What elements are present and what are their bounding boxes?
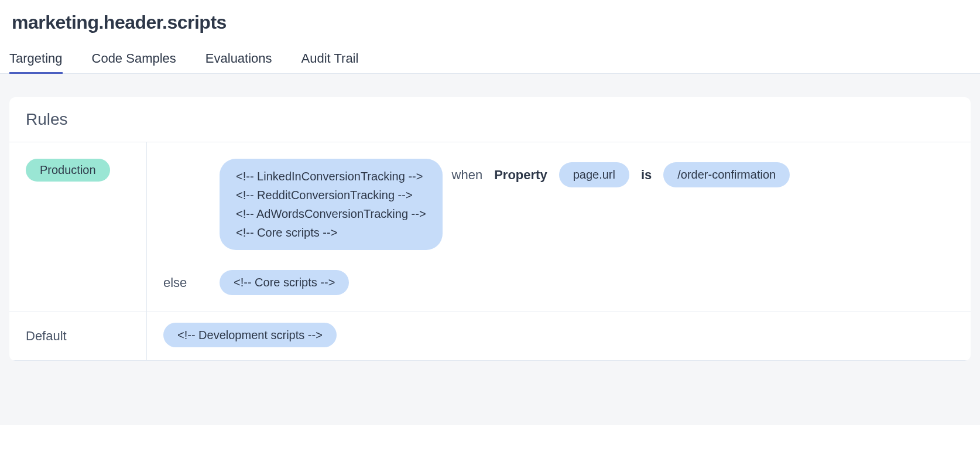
- script-line: <!-- Core scripts -->: [236, 223, 426, 242]
- tabs: Targeting Code Samples Evaluations Audit…: [0, 33, 980, 74]
- match-value-pill[interactable]: /order-confirmation: [663, 162, 790, 187]
- property-value-pill[interactable]: page.url: [559, 162, 629, 187]
- tab-audit-trail[interactable]: Audit Trail: [301, 51, 359, 73]
- environment-pill[interactable]: Production: [26, 159, 110, 182]
- script-line: <!-- RedditConversionTracking -->: [236, 186, 426, 204]
- script-line: <!-- LinkedInConversionTracking -->: [236, 167, 426, 186]
- rules-title: Rules: [26, 110, 954, 129]
- else-value-pill[interactable]: <!-- Core scripts -->: [220, 270, 349, 295]
- default-label: Default: [26, 329, 67, 343]
- tab-code-samples[interactable]: Code Samples: [92, 51, 176, 73]
- rules-card: Rules Production <!-- LinkedInConversion…: [9, 97, 971, 361]
- else-keyword: else: [163, 275, 210, 290]
- default-value-pill[interactable]: <!-- Development scripts -->: [163, 323, 337, 347]
- rule-row-default: Default <!-- Development scripts -->: [9, 312, 971, 361]
- rule-row: Production <!-- LinkedInConversionTracki…: [9, 142, 971, 312]
- when-clause: <!-- LinkedInConversionTracking --> <!--…: [163, 159, 954, 250]
- tab-targeting[interactable]: Targeting: [9, 51, 63, 73]
- rule-label-cell: Production: [9, 142, 147, 312]
- operator-keyword: is: [641, 167, 652, 183]
- script-line: <!-- AdWordsConversionTracking -->: [236, 204, 426, 223]
- when-keyword: when: [452, 167, 483, 183]
- value-pill-multiline[interactable]: <!-- LinkedInConversionTracking --> <!--…: [220, 159, 443, 250]
- rule-content-cell: <!-- LinkedInConversionTracking --> <!--…: [147, 142, 971, 312]
- property-keyword: Property: [494, 167, 547, 183]
- rule-content-cell: <!-- Development scripts -->: [147, 312, 971, 360]
- page-title: marketing.header.scripts: [12, 12, 968, 33]
- condition-group: when Property page.url is /order-confirm…: [452, 159, 790, 187]
- tab-evaluations[interactable]: Evaluations: [205, 51, 272, 73]
- content-area: Rules Production <!-- LinkedInConversion…: [0, 74, 980, 425]
- else-clause: else <!-- Core scripts -->: [163, 270, 954, 295]
- header: marketing.header.scripts: [0, 0, 980, 33]
- rule-label-cell: Default: [9, 312, 147, 360]
- rules-card-header: Rules: [9, 97, 971, 142]
